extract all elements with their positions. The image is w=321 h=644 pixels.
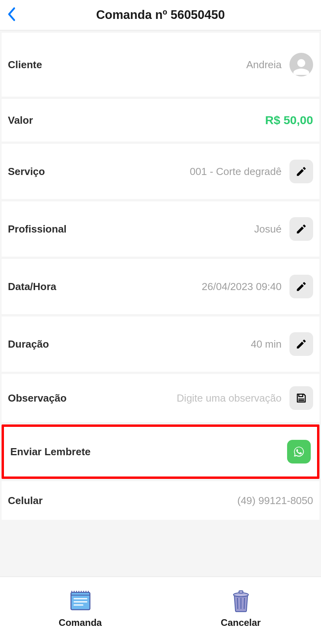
trash-icon [229,589,253,612]
valor-label: Valor [8,114,33,127]
lembrete-label: Enviar Lembrete [10,446,91,458]
avatar-icon [289,53,313,76]
footer-comanda-button[interactable]: Comanda [0,589,160,628]
datahora-label: Data/Hora [8,281,56,293]
celular-label: Celular [8,495,43,507]
footer-cancelar-button[interactable]: Cancelar [160,589,321,628]
row-duracao: Duração 40 min [2,316,319,372]
observacao-input[interactable]: Digite uma observação [67,392,286,404]
page-title: Comanda nº 56050450 [6,8,315,22]
notepad-icon [69,589,92,612]
duracao-value: 40 min [49,338,286,350]
content: Cliente Andreia Valor R$ 50,00 Serviço 0… [0,30,321,577]
row-datahora: Data/Hora 26/04/2023 09:40 [2,259,319,314]
row-lembrete: Enviar Lembrete [2,424,319,479]
cliente-value: Andreia [42,59,286,71]
back-button[interactable] [7,7,16,23]
svg-line-17 [244,598,244,609]
edit-servico-button[interactable] [289,160,313,183]
profissional-value: Josué [67,223,286,235]
header: Comanda nº 56050450 [0,0,321,30]
edit-duracao-button[interactable] [289,332,313,356]
valor-value: R$ 50,00 [33,114,313,127]
row-profissional: Profissional Josué [2,201,319,257]
row-observacao: Observação Digite uma observação [2,374,319,422]
celular-value: (49) 99121-8050 [43,495,313,507]
observacao-label: Observação [8,392,67,404]
duracao-label: Duração [8,338,49,350]
edit-profissional-button[interactable] [289,217,313,241]
whatsapp-button[interactable] [287,440,311,463]
servico-label: Serviço [8,166,45,178]
row-valor: Valor R$ 50,00 [2,99,319,141]
cliente-label: Cliente [8,59,42,71]
profissional-label: Profissional [8,223,67,235]
save-observacao-button[interactable] [289,386,313,410]
servico-value: 001 - Corte degradê [45,166,286,178]
datahora-value: 26/04/2023 09:40 [56,281,286,293]
row-cliente[interactable]: Cliente Andreia [2,33,319,97]
svg-line-15 [237,598,238,609]
footer: Comanda Cancelar [0,577,321,644]
row-celular: Celular (49) 99121-8050 [2,481,319,520]
svg-rect-14 [239,591,243,593]
footer-comanda-label: Comanda [59,617,102,628]
edit-datahora-button[interactable] [289,275,313,298]
row-servico: Serviço 001 - Corte degradê [2,144,319,199]
footer-cancelar-label: Cancelar [221,617,261,628]
